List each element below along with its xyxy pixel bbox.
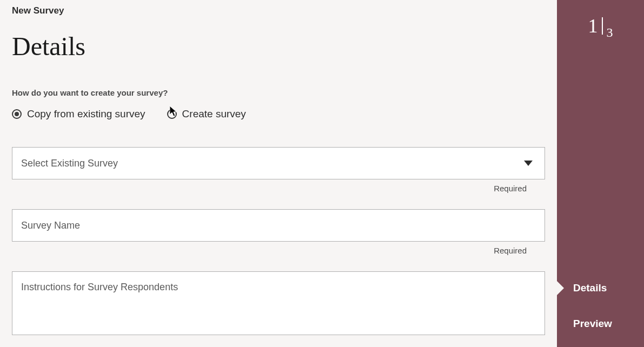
create-method-question: How do you want to create your survey? bbox=[12, 88, 545, 97]
survey-name-placeholder: Survey Name bbox=[21, 220, 80, 231]
survey-name-input[interactable]: Survey Name bbox=[12, 209, 545, 242]
select-required-label: Required bbox=[12, 184, 527, 193]
instructions-placeholder: Instructions for Survey Respondents bbox=[21, 282, 178, 293]
name-required-label: Required bbox=[12, 246, 527, 255]
radio-copy-existing-label: Copy from existing survey bbox=[27, 108, 145, 120]
radio-unselected-icon bbox=[167, 109, 177, 119]
create-method-radio-group: Copy from existing survey Create survey bbox=[12, 108, 545, 120]
sidebar-item-preview-label: Preview bbox=[573, 318, 612, 329]
step-current: 1 bbox=[588, 16, 598, 36]
sidebar-item-preview[interactable]: Preview bbox=[557, 306, 644, 342]
step-divider-icon bbox=[602, 17, 603, 35]
sidebar-item-details-label: Details bbox=[573, 282, 607, 293]
radio-copy-existing[interactable]: Copy from existing survey bbox=[12, 108, 145, 120]
stepper-sidebar: 1 3 Details Preview bbox=[557, 0, 644, 347]
breadcrumb: New Survey bbox=[12, 5, 545, 16]
radio-selected-icon bbox=[12, 109, 22, 119]
chevron-down-icon bbox=[524, 161, 533, 166]
radio-create-survey-label: Create survey bbox=[182, 108, 246, 120]
sidebar-item-details[interactable]: Details bbox=[557, 270, 644, 306]
page-title: Details bbox=[12, 31, 545, 61]
step-indicator: 1 3 bbox=[557, 0, 644, 36]
select-existing-survey-placeholder: Select Existing Survey bbox=[21, 158, 118, 169]
radio-create-survey[interactable]: Create survey bbox=[167, 108, 246, 120]
select-existing-survey-dropdown[interactable]: Select Existing Survey bbox=[12, 147, 545, 179]
step-total: 3 bbox=[607, 26, 613, 39]
instructions-textarea[interactable]: Instructions for Survey Respondents bbox=[12, 271, 545, 335]
